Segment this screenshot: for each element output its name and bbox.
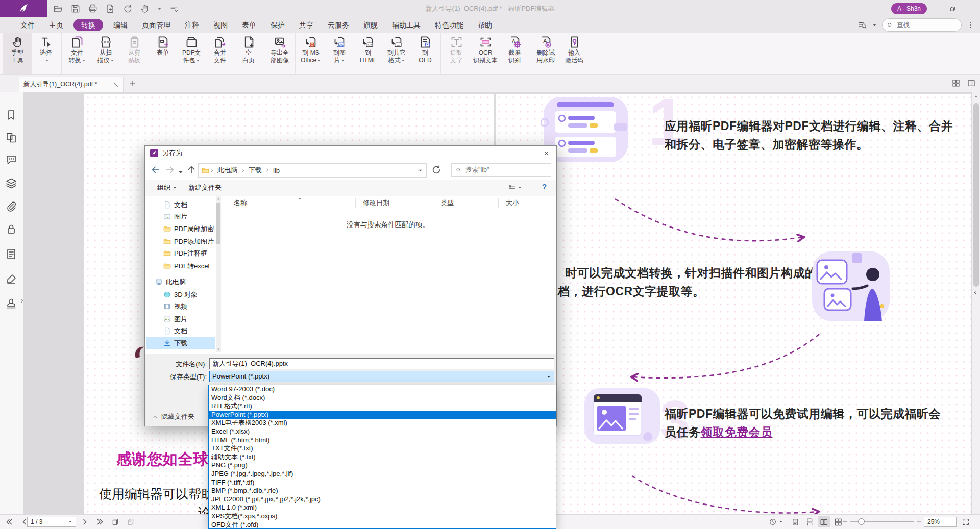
sidebar-thumbnails-icon[interactable] <box>5 132 17 144</box>
zoom-out-icon[interactable] <box>842 518 848 526</box>
filetype-option-0[interactable]: Word 97-2003 (*.doc) <box>209 385 556 394</box>
ribbon-button-form[interactable]: 表单 <box>149 33 177 74</box>
find-input[interactable] <box>896 21 949 29</box>
address-dropdown-icon[interactable] <box>418 168 423 173</box>
column-modified[interactable]: 修改日期 <box>363 198 389 208</box>
ribbon-button-to-image[interactable]: 到图片 <box>325 33 354 74</box>
filetype-option-15[interactable]: XPS文档(*.xps,*.oxps) <box>209 512 556 521</box>
scrollbar-thumb[interactable] <box>973 103 979 287</box>
single-page-view-button[interactable] <box>789 516 801 527</box>
first-page-icon[interactable] <box>5 518 13 526</box>
rotate-caret-icon[interactable] <box>779 520 783 524</box>
tree-item-8[interactable]: 视频 <box>146 300 215 312</box>
help-button[interactable]: ? <box>542 182 547 191</box>
menu-item-5[interactable]: 注释 <box>178 17 206 33</box>
nav-history-caret-icon[interactable] <box>178 167 184 178</box>
document-tab[interactable]: 新人引导(1)_OCR(4).pdf * <box>19 77 124 92</box>
page-number-box[interactable]: 1 / 3 <box>27 517 76 527</box>
zoom-in-icon[interactable] <box>916 518 922 526</box>
nav-up-icon[interactable] <box>186 164 197 175</box>
close-window-button[interactable] <box>963 0 980 17</box>
tree-item-6[interactable]: 此电脑 <box>146 276 215 288</box>
last-page-icon[interactable] <box>96 518 104 526</box>
folder-open-icon[interactable] <box>53 4 63 14</box>
tree-item-2[interactable]: PDF局部加密、P <box>146 223 215 235</box>
ribbon-button-blank-page[interactable]: 空白页 <box>234 33 263 74</box>
organize-button[interactable]: 组织 <box>157 180 177 196</box>
menu-item-11[interactable]: 旗舰 <box>356 17 385 33</box>
column-name[interactable]: 名称 <box>234 198 247 208</box>
filetype-option-8[interactable]: 辅助文本 (*.txt) <box>209 453 556 462</box>
address-bar[interactable]: 此电脑 下载 lib <box>198 163 427 178</box>
panel-toggle-icon[interactable] <box>967 79 976 88</box>
search-input[interactable] <box>464 166 543 174</box>
restore-button[interactable] <box>944 0 961 17</box>
filetype-option-1[interactable]: Word文档 (*.docx) <box>209 394 556 402</box>
ribbon-button-screenshot-ocr[interactable]: A截屏识别 <box>500 33 529 74</box>
redo-icon[interactable] <box>122 4 133 14</box>
facing-view-button[interactable] <box>818 516 830 527</box>
filetype-option-9[interactable]: PNG (*.png) <box>209 461 556 470</box>
foxit-logo-icon[interactable] <box>0 0 47 17</box>
nav-back-icon[interactable] <box>150 164 161 175</box>
new-folder-button[interactable]: 新建文件夹 <box>188 180 222 196</box>
menu-item-0[interactable]: 文件 <box>13 17 42 33</box>
tree-item-11[interactable]: 下载 <box>146 337 215 349</box>
menu-item-10[interactable]: 云服务 <box>321 17 356 33</box>
new-tab-icon[interactable] <box>129 79 137 87</box>
filetype-option-13[interactable]: JPEG2000 (*.jpf,*.jpx,*.jp2,*.j2k,*.jpc) <box>209 495 556 504</box>
refresh-icon[interactable] <box>431 164 442 175</box>
fullscreen-icon[interactable] <box>962 518 970 526</box>
tab-grid-icon[interactable] <box>951 79 961 88</box>
minimize-button[interactable] <box>925 0 943 17</box>
filetype-option-3[interactable]: PowerPoint (*.pptx) <box>209 411 556 419</box>
menu-item-7[interactable]: 表单 <box>235 17 263 33</box>
filetype-option-16[interactable]: OFD文件 (*.ofd) <box>209 521 556 529</box>
dialog-title-bar[interactable]: 另存为 <box>145 146 556 160</box>
vertical-scrollbar[interactable] <box>972 92 980 514</box>
menu-item-1[interactable]: 主页 <box>42 17 70 33</box>
ribbon-button-scanner[interactable]: 从扫描仪 <box>91 33 120 74</box>
tree-item-4[interactable]: PDF注释框 <box>146 247 215 259</box>
continuous-view-button[interactable] <box>803 516 816 527</box>
sidebar-comments-icon[interactable] <box>5 154 17 166</box>
search-list-caret-icon[interactable] <box>872 23 877 28</box>
breadcrumb-this-pc[interactable]: 此电脑 <box>214 166 240 175</box>
ribbon-button-activation-code[interactable]: 输入激活码 <box>560 33 589 74</box>
sidebar-expand-handle[interactable] <box>19 297 24 305</box>
find-box[interactable] <box>882 18 962 32</box>
page-new-icon[interactable] <box>105 4 115 14</box>
ribbon-button-convert-files[interactable]: 文件转换 <box>63 33 91 74</box>
ribbon-button-export-images[interactable]: 导出全部图像 <box>265 33 294 74</box>
scroll-up-icon[interactable] <box>974 94 978 98</box>
tree-item-5[interactable]: PDF转excel <box>146 260 215 272</box>
caret-down-icon[interactable] <box>157 7 162 11</box>
search-list-icon[interactable] <box>857 20 867 30</box>
save-icon[interactable] <box>70 4 81 14</box>
sidebar-attachment-icon[interactable] <box>5 200 17 212</box>
customize-icon[interactable] <box>169 4 179 14</box>
ribbon-button-merge[interactable]: 合并文件 <box>206 33 234 74</box>
ribbon-button-to-ofd[interactable]: 到OFD <box>411 33 439 74</box>
breadcrumb-lib[interactable]: lib <box>270 167 283 174</box>
filetype-option-6[interactable]: HTML (*.htm;*.html) <box>209 436 556 445</box>
filetype-combobox[interactable]: PowerPoint (*.pptx) <box>209 371 554 382</box>
tree-item-7[interactable]: 3D 对象 <box>146 289 215 300</box>
tree-item-1[interactable]: 图片 <box>146 211 215 222</box>
zoom-value-box[interactable]: 25% <box>924 517 957 527</box>
tree-item-0[interactable]: 文档 <box>146 199 215 211</box>
sidebar-bookmark-icon[interactable] <box>5 109 17 121</box>
tree-scroll-up-icon[interactable] <box>216 197 220 201</box>
filetype-option-2[interactable]: RTF格式(*.rtf) <box>209 402 556 411</box>
panel-collapse-handle[interactable] <box>973 289 978 296</box>
tree-scroll-down-icon[interactable] <box>216 347 220 351</box>
column-size[interactable]: 大小 <box>506 198 519 208</box>
filetype-option-12[interactable]: BMP (*.bmp,*.dib,*.rle) <box>209 487 556 495</box>
menu-item-3[interactable]: 编辑 <box>106 17 135 33</box>
ribbon-button-to-office[interactable]: O到 MSOffice <box>297 33 325 74</box>
search-box[interactable] <box>451 163 551 177</box>
filetype-option-10[interactable]: JPEG (*.jpg,*.jpeg,*.jpe,*.jif) <box>209 470 556 478</box>
tree-item-9[interactable]: 图片 <box>146 313 215 325</box>
filetype-option-11[interactable]: TIFF (*.tiff,*.tif) <box>209 478 556 487</box>
dialog-close-button[interactable] <box>539 148 553 158</box>
